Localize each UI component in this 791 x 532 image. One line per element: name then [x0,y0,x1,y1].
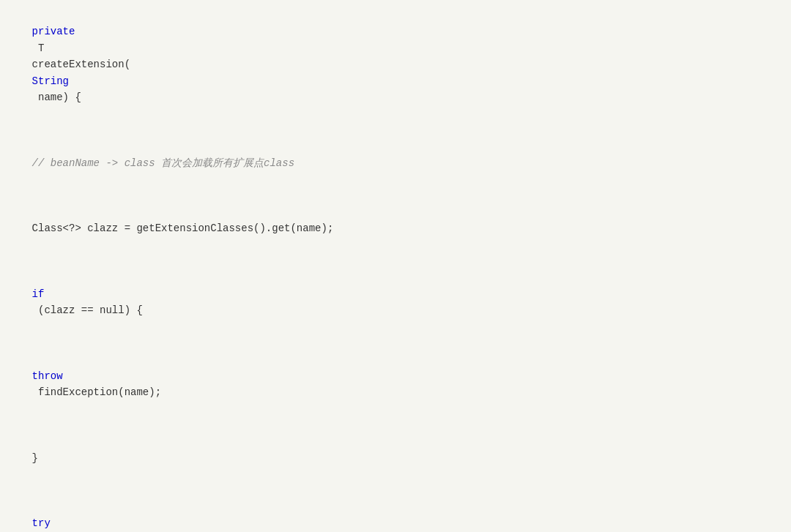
keyword-private: private [32,26,75,37]
type-T: T [32,42,51,54]
findException-call: findException(name); [32,386,161,398]
code-line: try { [7,482,791,532]
close-brace-1: } [32,452,38,464]
indent [32,206,57,218]
indent [32,141,57,152]
indent [32,271,57,283]
indent2 [32,353,81,365]
code-line: throw findException(name); [7,335,791,417]
comment-beanName: // beanName -> class 首次会加载所有扩展点class [32,157,294,169]
code-container: private T createExtension( String name) … [0,0,791,532]
indent [32,501,57,513]
param-name: name) { [32,91,81,103]
method-createExtension: createExtension( [32,59,130,70]
type-Class: Class<?> clazz = getExtensionClasses().g… [32,222,334,234]
keyword-throw: throw [32,370,63,382]
keyword-try: try [32,517,51,529]
code-line: private T createExtension( String name) … [7,7,791,122]
code-line: Class<?> clazz = getExtensionClasses().g… [7,187,791,253]
code-line: if (clazz == null) { [7,253,791,335]
keyword-if: if [32,288,45,300]
indent [32,435,57,447]
keyword-String: String [32,75,69,87]
code-line: // beanName -> class 首次会加载所有扩展点class [7,122,791,188]
code-line: } [7,417,791,483]
clazz-null-check: (clazz == null) { [32,304,143,316]
